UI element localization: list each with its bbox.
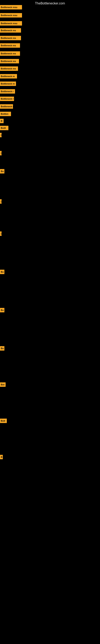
bottleneck-item[interactable]: Bottleneck resu <box>0 5 22 10</box>
bottleneck-item[interactable]: Bo <box>0 308 4 312</box>
bottleneck-item[interactable]: Bottleneck resu <box>0 13 22 18</box>
bottleneck-item[interactable]: Bottleneck re <box>0 82 16 86</box>
bottleneck-item[interactable]: Bott <box>0 418 7 423</box>
bottleneck-item[interactable]: Bottleneck resu <box>0 21 22 26</box>
bottleneck-item[interactable]: B <box>0 119 3 123</box>
bottleneck-item[interactable]: B <box>0 455 3 459</box>
bottleneck-item[interactable]: Bottleneck res <box>0 28 21 32</box>
bottleneck-item[interactable]: Bottleneck res <box>0 59 19 64</box>
bottleneck-item[interactable]: | <box>0 199 1 204</box>
bottleneck-item[interactable]: Bo <box>0 346 4 350</box>
bottleneck-item[interactable]: Bottleneck re <box>0 74 17 78</box>
bottleneck-item[interactable]: Bo <box>0 270 4 274</box>
bottleneck-item[interactable]: Bottleneck r <box>0 96 14 101</box>
bottleneck-item[interactable]: | <box>0 232 1 236</box>
bottleneck-item[interactable]: Bottleneck res <box>0 36 21 40</box>
bottleneck-item[interactable]: Bottleneck res <box>0 51 20 56</box>
bottleneck-item[interactable]: Bottleneck r <box>0 89 15 94</box>
bottleneck-item[interactable]: Bottleneck res <box>0 43 20 48</box>
bottleneck-item[interactable]: | <box>0 133 1 137</box>
bottleneck-item[interactable]: Bottleneck r <box>0 104 13 109</box>
bottleneck-item[interactable]: Bottleneck res <box>0 66 18 71</box>
bottleneck-item[interactable]: Bottl <box>0 126 8 130</box>
bottleneck-item[interactable]: | <box>0 151 1 155</box>
bottleneck-item[interactable]: Bot <box>0 382 6 387</box>
bottleneck-item[interactable]: Bo <box>0 169 4 174</box>
bottleneck-item[interactable]: Bottlen <box>0 112 11 116</box>
